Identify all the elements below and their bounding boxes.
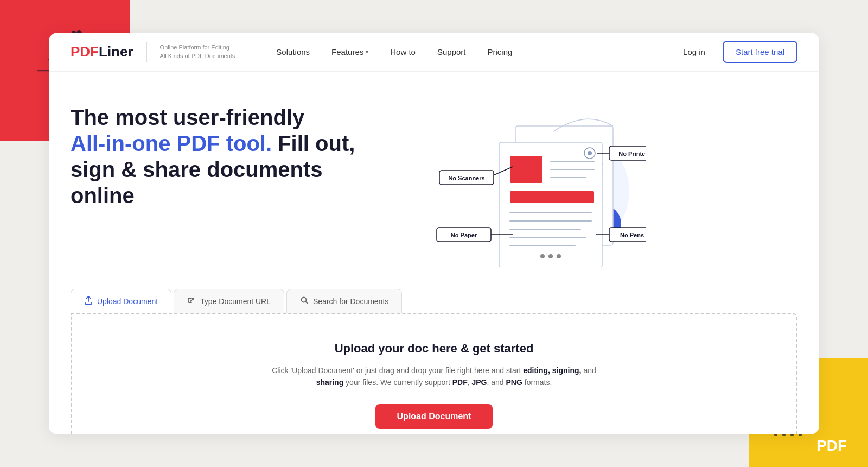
tabs-section: Upload Document Type Document URL (49, 278, 819, 313)
main-card: PDFLiner Online Platform for Editing All… (49, 33, 819, 434)
tabs-row: Upload Document Type Document URL (71, 289, 797, 313)
svg-point-60 (548, 254, 553, 258)
upload-desc: Click 'Upload Document' or just drag and… (271, 364, 597, 389)
svg-rect-53 (510, 191, 594, 203)
logo-divider (146, 42, 147, 62)
upload-drop-zone[interactable]: Upload your doc here & get started Click… (71, 313, 797, 434)
upload-title: Upload your doc here & get started (93, 342, 775, 356)
navbar: PDFLiner Online Platform for Editing All… (49, 33, 819, 72)
nav-solutions[interactable]: Solutions (267, 43, 318, 61)
svg-text:No Printers: No Printers (618, 150, 646, 157)
tab-url[interactable]: Type Document URL (174, 289, 284, 313)
hero-title: The most user-friendly All-in-one PDF to… (71, 104, 385, 209)
nav-features[interactable]: Features ▾ (323, 43, 377, 61)
logo: PDFLiner (71, 43, 133, 60)
svg-text:No Pens: No Pens (620, 232, 644, 238)
login-button[interactable]: Log in (674, 43, 714, 61)
svg-point-59 (540, 254, 545, 258)
svg-rect-49 (510, 156, 542, 183)
svg-point-61 (557, 254, 561, 258)
trial-button[interactable]: Start free trial (723, 41, 797, 63)
svg-line-75 (306, 302, 308, 304)
svg-point-48 (588, 151, 592, 155)
corner-logo: PDF (814, 429, 857, 462)
nav-pricing[interactable]: Pricing (479, 43, 521, 61)
nav-links: Solutions Features ▾ How to Support Pric… (267, 43, 674, 61)
svg-text:No Scanners: No Scanners (448, 175, 484, 181)
logo-area[interactable]: PDFLiner Online Platform for Editing All… (71, 42, 235, 62)
pdf-document-illustration: No Scanners No Printers No Paper No Pens (396, 83, 646, 267)
tab-search[interactable]: Search for Documents (286, 289, 402, 313)
logo-subtitle: Online Platform for Editing All Kinds of… (160, 43, 235, 60)
hero-text: The most user-friendly All-in-one PDF to… (71, 93, 385, 209)
upload-icon (84, 296, 93, 306)
tab-upload[interactable]: Upload Document (71, 289, 171, 313)
nav-howto[interactable]: How to (381, 43, 424, 61)
nav-actions: Log in Start free trial (674, 41, 797, 63)
hero-section: The most user-friendly All-in-one PDF to… (49, 72, 819, 278)
link-icon (187, 296, 196, 306)
chevron-down-icon: ▾ (366, 49, 368, 55)
svg-text:No Paper: No Paper (451, 232, 477, 238)
logo-pdf: PDF (71, 43, 99, 60)
logo-liner: Liner (99, 43, 133, 60)
upload-document-button[interactable]: Upload Document (375, 404, 493, 429)
nav-support[interactable]: Support (429, 43, 475, 61)
hero-illustration: No Scanners No Printers No Paper No Pens (385, 93, 646, 267)
svg-text:PDF: PDF (816, 437, 847, 454)
search-icon (300, 296, 309, 306)
